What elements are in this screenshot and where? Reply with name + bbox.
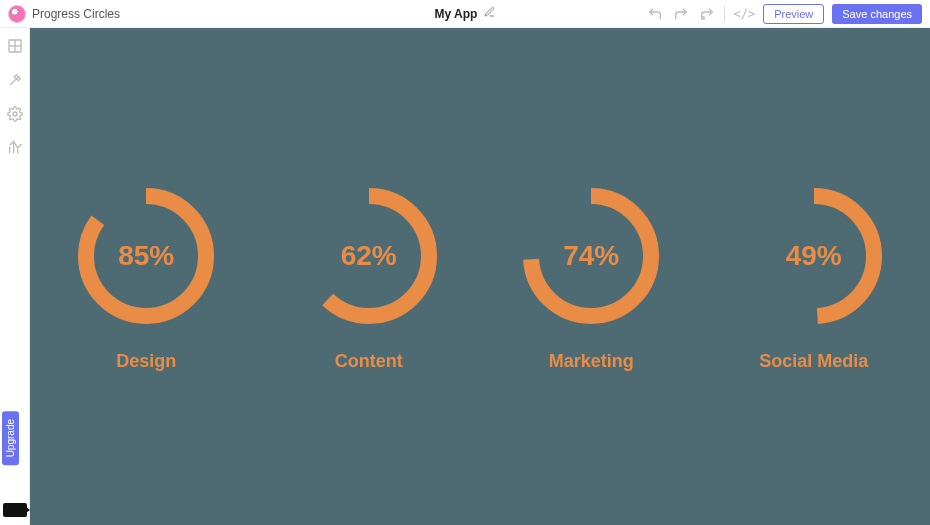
progress-ring: 62% xyxy=(294,181,444,331)
layout-icon[interactable] xyxy=(7,38,23,54)
redo-icon[interactable] xyxy=(672,5,690,23)
progress-percent: 62% xyxy=(294,181,444,331)
progress-ring: 85% xyxy=(71,181,221,331)
breadcrumb[interactable]: Progress Circles xyxy=(32,7,120,21)
app-logo-icon[interactable] xyxy=(8,5,26,23)
progress-percent: 74% xyxy=(516,181,666,331)
progress-percent: 85% xyxy=(71,181,221,331)
progress-label: Marketing xyxy=(549,351,634,372)
progress-grid: 85% Design 62% Content 74% Marketing 49%… xyxy=(70,181,890,372)
progress-label: Social Media xyxy=(759,351,868,372)
upgrade-button[interactable]: Upgrade xyxy=(2,411,19,465)
progress-ring: 49% xyxy=(739,181,889,331)
progress-label: Content xyxy=(335,351,403,372)
device-indicator-icon[interactable] xyxy=(3,503,27,517)
progress-label: Design xyxy=(116,351,176,372)
chart-icon[interactable] xyxy=(7,140,23,156)
history-icon[interactable] xyxy=(698,5,716,23)
gear-icon[interactable] xyxy=(7,106,23,122)
svg-point-4 xyxy=(13,112,17,116)
pencil-icon[interactable] xyxy=(483,6,495,21)
progress-circle[interactable]: 85% Design xyxy=(71,181,221,372)
eyedropper-icon[interactable] xyxy=(7,72,23,88)
code-toggle-icon[interactable]: </> xyxy=(733,7,755,21)
topbar: Progress Circles My App </> Preview Save… xyxy=(0,0,930,28)
progress-circle[interactable]: 62% Content xyxy=(294,181,444,372)
progress-percent: 49% xyxy=(739,181,889,331)
svg-point-0 xyxy=(702,16,705,19)
progress-ring: 74% xyxy=(516,181,666,331)
divider xyxy=(724,6,725,22)
progress-circle[interactable]: 74% Marketing xyxy=(516,181,666,372)
app-name[interactable]: My App xyxy=(435,7,478,21)
save-button[interactable]: Save changes xyxy=(832,4,922,24)
preview-button[interactable]: Preview xyxy=(763,4,824,24)
canvas[interactable]: 85% Design 62% Content 74% Marketing 49%… xyxy=(30,28,930,525)
undo-icon[interactable] xyxy=(646,5,664,23)
sidebar: Upgrade xyxy=(0,28,30,525)
progress-circle[interactable]: 49% Social Media xyxy=(739,181,889,372)
